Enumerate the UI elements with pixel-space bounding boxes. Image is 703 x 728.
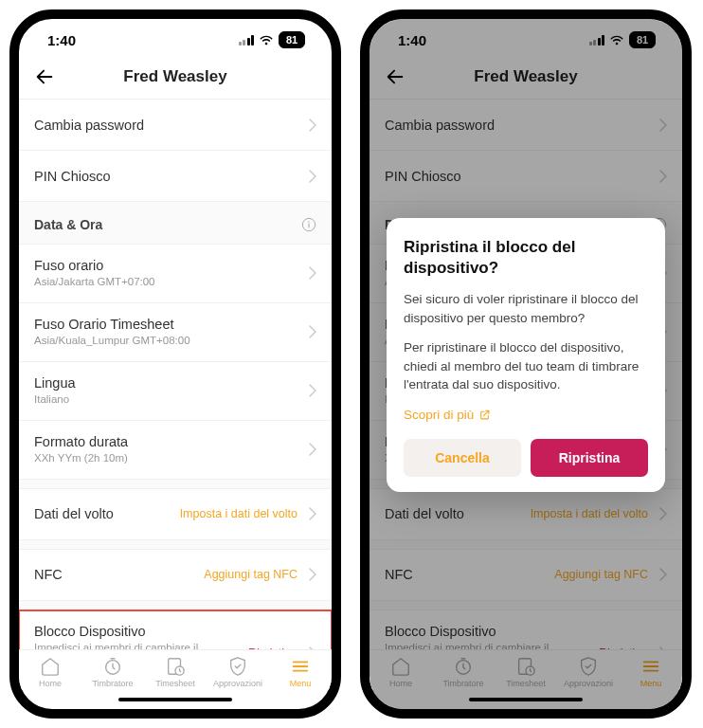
page-header: Fred Weasley [370, 61, 682, 100]
status-bar: 1:40 81 [370, 19, 682, 61]
row-label: Blocco Dispositivo [385, 624, 599, 639]
chevron-right-icon [659, 646, 667, 649]
row-language[interactable]: Lingua Italiano [19, 362, 332, 421]
chevron-right-icon [309, 266, 316, 280]
nav-timesheet[interactable]: Timesheet [144, 656, 207, 688]
nav-timbratore[interactable]: Timbratore [81, 656, 144, 688]
row-timezone[interactable]: Fuso orario Asia/Jakarta GMT+07:00 [19, 245, 332, 303]
chevron-right-icon [659, 568, 667, 581]
row-sublabel: Asia/Kuala_Lumpur GMT+08:00 [34, 334, 301, 348]
chevron-right-icon [309, 443, 316, 456]
link-label: Scopri di più [404, 408, 474, 422]
svg-rect-10 [519, 659, 532, 675]
wifi-icon [259, 32, 274, 48]
home-indicator [370, 690, 682, 709]
row-sublabel: XXh YYm (2h 10m) [34, 451, 301, 465]
cellular-icon [589, 35, 605, 46]
status-right: 81 [239, 31, 306, 48]
row-label: NFC [34, 567, 204, 582]
status-bar: 1:40 81 [19, 19, 332, 61]
bottom-nav: Home Timbratore Timesheet Approvazioni M… [19, 649, 332, 690]
row-device-lock[interactable]: Blocco Dispositivo Impedisci ai membri d… [19, 610, 332, 649]
row-label: Cambia password [385, 118, 652, 133]
modal-learn-more-link[interactable]: Scopri di più [404, 408, 491, 422]
external-link-icon [478, 409, 491, 421]
nav-label: Approvazioni [213, 679, 262, 688]
row-nfc[interactable]: NFC Aggiungi tag NFC [19, 550, 332, 601]
nav-label: Menu [640, 679, 662, 688]
chevron-right-icon [659, 170, 667, 183]
row-label: Formato durata [34, 434, 301, 449]
row-change-password: Cambia password [370, 100, 682, 151]
row-action: Ripristina [599, 646, 648, 649]
row-change-password[interactable]: Cambia password [19, 100, 332, 151]
row-action: Aggiungi tag NFC [204, 568, 297, 581]
row-label: NFC [385, 567, 554, 582]
row-action: Imposta i dati del volto [180, 507, 297, 520]
cancel-button[interactable]: Cancella [404, 439, 521, 477]
row-pin-chiosco[interactable]: PIN Chiosco [19, 151, 332, 202]
status-time: 1:40 [47, 32, 76, 48]
modal-text-1: Sei sicuro di voler ripristinare il bloc… [404, 290, 648, 327]
home-indicator [19, 690, 332, 709]
chevron-right-icon [309, 118, 316, 132]
spacer [370, 601, 682, 610]
settings-list: Cambia password PIN Chiosco Data & Ora F… [19, 100, 332, 649]
row-label: Blocco Dispositivo [34, 624, 248, 639]
page-title: Fred Weasley [34, 67, 316, 86]
nav-home: Home [370, 656, 432, 688]
info-icon[interactable] [301, 217, 316, 232]
row-label: PIN Chiosco [34, 169, 301, 184]
battery-icon: 81 [629, 31, 656, 48]
chevron-right-icon [309, 170, 316, 183]
row-sublabel: Impedisci ai membri di cambiare il dispo… [385, 641, 599, 649]
row-label: Lingua [34, 375, 301, 391]
row-timesheet-timezone[interactable]: Fuso Orario Timesheet Asia/Kuala_Lumpur … [19, 303, 332, 362]
row-duration-format[interactable]: Formato durata XXh YYm (2h 10m) [19, 421, 332, 480]
chevron-right-icon [309, 384, 316, 397]
confirm-button[interactable]: Ripristina [531, 439, 648, 477]
row-label: Cambia password [34, 118, 301, 133]
row-device-lock: Blocco Dispositivo Impedisci ai membri d… [370, 610, 682, 649]
nav-timesheet: Timesheet [495, 656, 557, 688]
row-nfc: NFC Aggiungi tag NFC [370, 550, 682, 601]
nav-label: Timbratore [442, 679, 483, 688]
section-label: Data & Ora [34, 217, 102, 232]
modal-title: Ripristina il blocco del dispositivo? [404, 237, 648, 279]
nav-menu[interactable]: Menu [269, 656, 332, 688]
modal-text-2: Per ripristinare il blocco del dispositi… [404, 338, 648, 394]
nav-menu: Menu [620, 656, 682, 688]
modal-buttons: Cancella Ripristina [404, 439, 648, 477]
chevron-right-icon [659, 507, 667, 520]
bottom-nav: Home Timbratore Timesheet Approvazioni M… [370, 649, 682, 690]
status-right: 81 [589, 31, 657, 48]
row-sublabel: Italiano [34, 392, 301, 407]
row-label: PIN Chiosco [385, 169, 652, 184]
nav-label: Approvazioni [564, 679, 613, 688]
nav-approvazioni: Approvazioni [557, 656, 620, 688]
battery-icon: 81 [279, 31, 305, 48]
nav-label: Timbratore [92, 679, 133, 688]
nav-approvazioni[interactable]: Approvazioni [207, 656, 269, 688]
back-button [385, 66, 406, 87]
spacer [19, 480, 332, 489]
reset-device-lock-modal: Ripristina il blocco del dispositivo? Se… [387, 218, 665, 492]
spacer [370, 540, 682, 550]
nav-label: Timesheet [155, 679, 195, 688]
phone-right: 1:40 81 Fred Weasley Cambia password PIN… [360, 9, 692, 719]
chevron-right-icon [659, 118, 667, 132]
nav-home[interactable]: Home [19, 656, 81, 688]
nav-label: Menu [290, 679, 312, 688]
chevron-right-icon [309, 568, 316, 581]
chevron-right-icon [309, 507, 316, 520]
row-label: Fuso orario [34, 258, 301, 273]
row-action: Imposta i dati del volto [531, 507, 648, 520]
row-face-data[interactable]: Dati del volto Imposta i dati del volto [19, 489, 332, 540]
row-label: Fuso Orario Timesheet [34, 317, 301, 332]
wifi-icon [609, 32, 624, 48]
row-sublabel: Asia/Jakarta GMT+07:00 [34, 275, 301, 289]
spacer [19, 540, 332, 550]
row-label: Dati del volto [385, 506, 531, 521]
row-face-data: Dati del volto Imposta i dati del volto [370, 489, 682, 540]
row-pin-chiosco: PIN Chiosco [370, 151, 682, 202]
